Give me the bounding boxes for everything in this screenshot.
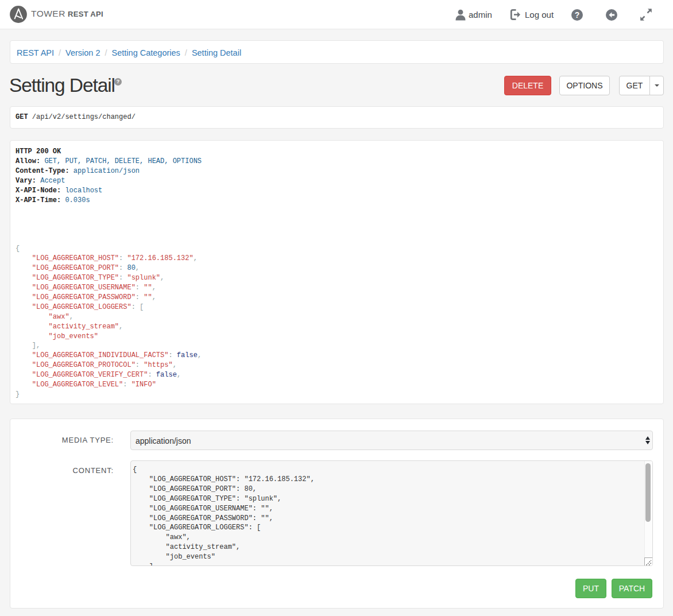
svg-text:?: ? <box>575 10 580 20</box>
